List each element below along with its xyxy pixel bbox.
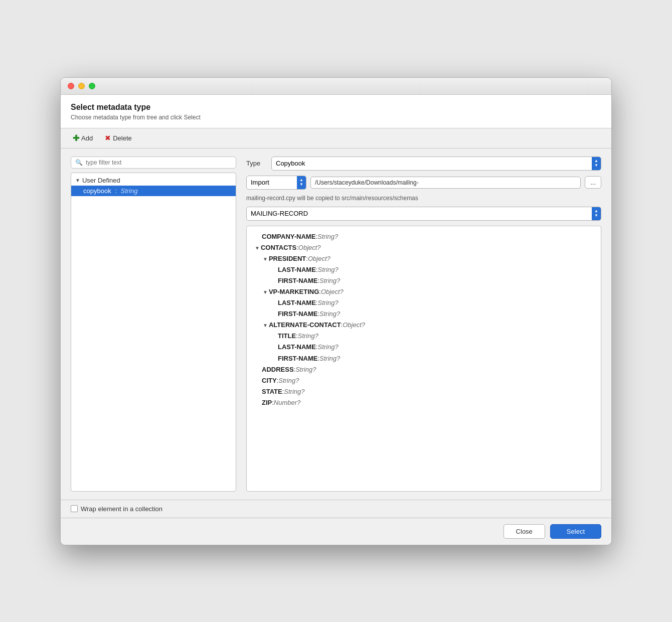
tree-viewer-row[interactable]: LAST-NAME : String?	[255, 342, 593, 353]
tv-type: String?	[317, 342, 338, 353]
wrap-collection-label[interactable]: Wrap element in a collection	[71, 505, 162, 513]
search-box: 🔍	[71, 157, 236, 169]
tree-item-copybook[interactable]: copybook : String	[71, 186, 236, 196]
item-name: copybook	[83, 187, 111, 195]
tv-type: String?	[319, 308, 340, 320]
tv-key: COMPANY-NAME	[262, 231, 315, 242]
toolbar: ✚ Add ✖ Delete	[61, 128, 611, 148]
maximize-button[interactable]	[89, 83, 95, 89]
close-button[interactable]	[68, 83, 74, 89]
tv-type: String?	[298, 331, 318, 342]
tree-viewer-row[interactable]: ▼VP-MARKETING : Object?	[255, 286, 593, 297]
wrap-label-text: Wrap element in a collection	[81, 505, 162, 513]
spinner-down-icon: ▼	[594, 164, 598, 168]
dialog-title: Select metadata type	[71, 103, 601, 112]
tv-key: STATE	[262, 386, 282, 397]
wrap-collection-checkbox[interactable]	[71, 505, 78, 512]
record-spinner-down-icon: ▼	[594, 214, 598, 218]
tree-viewer-row[interactable]: ADDRESS : String?	[255, 364, 593, 375]
add-icon: ✚	[73, 133, 79, 143]
tree-viewer-row[interactable]: ▼PRESIDENT : Object?	[255, 253, 593, 264]
tv-key: PRESIDENT	[269, 253, 306, 264]
dialog-subtitle: Choose metadata type from tree and click…	[71, 114, 601, 121]
tv-key: ALTERNATE-CONTACT	[269, 320, 341, 331]
close-button[interactable]: Close	[503, 524, 545, 539]
titlebar	[61, 78, 611, 95]
search-icon: 🔍	[75, 159, 83, 166]
tv-key: FIRST-NAME	[278, 353, 317, 364]
tv-type: String?	[284, 386, 304, 397]
import-row: Import ▲ ▼ /Users/staceyduke/Downloads/m…	[246, 176, 601, 190]
record-select[interactable]: MAILING-RECORD ▲ ▼	[246, 207, 601, 221]
type-row: Type Copybook ▲ ▼	[246, 157, 601, 171]
tv-type: Number?	[274, 397, 300, 408]
main-content: 🔍 ▼ User Defined copybook : String Type	[61, 148, 611, 500]
tree-viewer-row[interactable]: FIRST-NAME : String?	[255, 353, 593, 364]
tv-type: String?	[317, 231, 338, 242]
main-window: Select metadata type Choose metadata typ…	[60, 77, 612, 545]
tree-viewer-row[interactable]: ZIP : Number?	[255, 397, 593, 408]
item-type: String	[121, 187, 138, 195]
import-spinner[interactable]: ▲ ▼	[297, 176, 306, 189]
tree-group-label: User Defined	[82, 177, 120, 184]
tree-viewer-row[interactable]: FIRST-NAME : String?	[255, 275, 593, 286]
tv-type: String?	[317, 297, 338, 308]
import-label: Import	[251, 179, 269, 186]
search-input[interactable]	[86, 159, 232, 166]
tree-group-user-defined[interactable]: ▼ User Defined	[71, 175, 236, 186]
record-spinner[interactable]: ▲ ▼	[592, 207, 601, 220]
browse-button[interactable]: ...	[585, 176, 601, 189]
tv-type: String?	[319, 353, 340, 364]
bottom-bar: Wrap element in a collection	[61, 500, 611, 518]
tv-type: Object?	[308, 253, 330, 264]
tv-arrow-icon: ▼	[263, 255, 268, 263]
left-panel: 🔍 ▼ User Defined copybook : String	[71, 157, 236, 492]
tv-key: LAST-NAME	[278, 297, 316, 308]
type-label: Type	[246, 160, 266, 167]
tv-type: String?	[278, 375, 299, 386]
path-field: /Users/staceyduke/Downloads/mailing-	[310, 177, 581, 189]
tree-viewer-row[interactable]: FIRST-NAME : String?	[255, 308, 593, 320]
tree-viewer-row[interactable]: CITY : String?	[255, 375, 593, 386]
tv-arrow-icon: ▼	[263, 288, 268, 296]
tv-type: String?	[317, 264, 338, 275]
tree-viewer-row[interactable]: TITLE : String?	[255, 331, 593, 342]
tv-key: LAST-NAME	[278, 264, 316, 275]
right-panel: Type Copybook ▲ ▼ Import ▲ ▼	[246, 157, 601, 492]
add-button[interactable]: ✚ Add	[71, 132, 95, 144]
type-select[interactable]: Copybook ▲ ▼	[271, 157, 601, 171]
delete-icon: ✖	[105, 134, 111, 142]
tree-viewer-row[interactable]: LAST-NAME : String?	[255, 297, 593, 308]
type-spinner[interactable]: ▲ ▼	[592, 157, 601, 170]
delete-label: Delete	[113, 134, 132, 142]
tv-key: VP-MARKETING	[269, 286, 319, 297]
tv-key: ZIP	[262, 397, 272, 408]
tv-key: ADDRESS	[262, 364, 294, 375]
import-select[interactable]: Import ▲ ▼	[246, 176, 306, 190]
tv-arrow-icon: ▼	[263, 321, 268, 330]
tv-key: TITLE	[278, 331, 296, 342]
tree-arrow-icon: ▼	[75, 178, 80, 183]
tree-viewer-row[interactable]: COMPANY-NAME : String?	[255, 231, 593, 242]
tv-key: LAST-NAME	[278, 342, 316, 353]
select-button[interactable]: Select	[550, 524, 601, 539]
delete-button[interactable]: ✖ Delete	[103, 133, 134, 143]
tv-type: String?	[295, 364, 316, 375]
import-spinner-up-icon: ▲	[299, 178, 303, 182]
copy-note: mailing-record.cpy will be copied to src…	[246, 195, 601, 202]
tree-viewer-row[interactable]: STATE : String?	[255, 386, 593, 397]
minimize-button[interactable]	[78, 83, 85, 89]
tv-type: Object?	[321, 286, 344, 297]
tv-type: Object?	[343, 320, 365, 331]
import-spinner-down-icon: ▼	[299, 183, 303, 187]
tree-viewer-row[interactable]: LAST-NAME : String?	[255, 264, 593, 275]
add-label: Add	[81, 134, 93, 142]
record-value: MAILING-RECORD	[251, 210, 308, 217]
footer: Close Select	[61, 518, 611, 545]
tree-viewer-row[interactable]: ▼CONTACTS : Object?	[255, 242, 593, 253]
type-value: Copybook	[276, 160, 305, 167]
record-spinner-up-icon: ▲	[594, 209, 598, 213]
tree-viewer-row[interactable]: ▼ALTERNATE-CONTACT : Object?	[255, 320, 593, 331]
tv-key: CITY	[262, 375, 277, 386]
item-separator: :	[113, 187, 119, 195]
